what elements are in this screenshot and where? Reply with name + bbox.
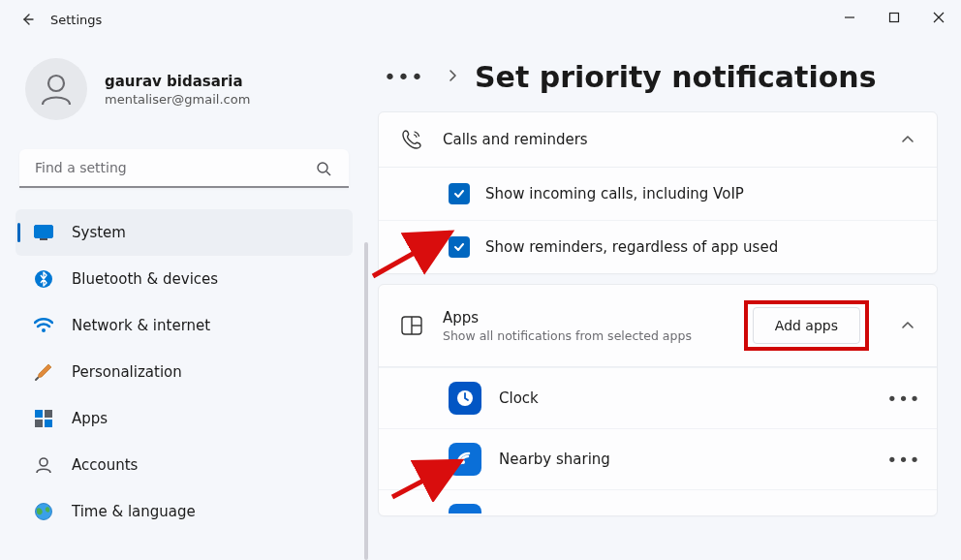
- svg-line-4: [326, 171, 330, 175]
- apps-grid-icon: [398, 316, 425, 335]
- sidebar-item-label: Bluetooth & devices: [72, 270, 218, 288]
- sidebar-item-apps[interactable]: Apps: [16, 395, 353, 442]
- sidebar-item-personalization[interactable]: Personalization: [16, 349, 353, 395]
- svg-rect-1: [890, 14, 899, 22]
- sidebar-item-bluetooth[interactable]: Bluetooth & devices: [16, 256, 353, 302]
- sidebar-item-system[interactable]: System: [16, 209, 353, 256]
- maximize-button[interactable]: [872, 0, 916, 35]
- breadcrumb-overflow[interactable]: •••: [378, 65, 430, 89]
- more-button[interactable]: •••: [890, 385, 917, 412]
- svg-rect-9: [35, 410, 43, 418]
- accounts-icon: [33, 454, 54, 476]
- option-incoming-calls[interactable]: Show incoming calls, including VoIP: [379, 168, 937, 220]
- system-icon: [33, 222, 54, 243]
- nearby-sharing-app-icon: [449, 443, 481, 476]
- svg-point-19: [461, 460, 465, 464]
- profile[interactable]: gaurav bidasaria mentaliser@gmail.com: [16, 48, 353, 138]
- collapse-button[interactable]: [898, 130, 917, 149]
- apps-card: Apps Show all notifications from selecte…: [378, 284, 938, 516]
- svg-rect-6: [40, 238, 47, 240]
- sidebar-item-time[interactable]: Time & language: [16, 488, 353, 535]
- svg-rect-5: [35, 226, 53, 238]
- search-input[interactable]: [19, 149, 349, 188]
- globe-icon: [33, 501, 54, 522]
- svg-rect-10: [45, 410, 52, 418]
- sidebar-scrollbar[interactable]: [364, 242, 368, 560]
- phone-icon: [398, 128, 425, 151]
- svg-point-2: [48, 76, 64, 91]
- app-icon-partial: [449, 504, 481, 513]
- sidebar-item-accounts[interactable]: Accounts: [16, 442, 353, 488]
- minimize-button[interactable]: [827, 0, 872, 35]
- sidebar-item-network[interactable]: Network & internet: [16, 302, 353, 349]
- collapse-button[interactable]: [898, 316, 917, 335]
- calls-reminders-title: Calls and reminders: [443, 131, 881, 148]
- svg-point-3: [318, 163, 327, 172]
- profile-name: gaurav bidasaria: [105, 73, 250, 90]
- sidebar-item-label: Apps: [72, 410, 108, 427]
- clock-app-icon: [449, 382, 481, 415]
- bluetooth-icon: [33, 268, 54, 290]
- svg-point-13: [40, 458, 47, 466]
- add-apps-button[interactable]: Add apps: [753, 307, 860, 344]
- apps-icon: [33, 408, 54, 429]
- option-reminders[interactable]: Show reminders, regardless of app used: [379, 220, 937, 273]
- app-row-partial: [379, 489, 937, 515]
- sidebar-item-label: Personalization: [72, 363, 182, 381]
- close-button[interactable]: [916, 0, 961, 35]
- apps-subtitle: Show all notifications from selected app…: [443, 328, 727, 343]
- sidebar-item-label: Time & language: [72, 503, 196, 520]
- option-label: Show reminders, regardless of app used: [485, 238, 778, 256]
- app-name: Clock: [499, 389, 873, 407]
- more-button[interactable]: •••: [890, 446, 917, 473]
- window-title: Settings: [50, 13, 102, 27]
- apps-title: Apps: [443, 309, 727, 327]
- sidebar: gaurav bidasaria mentaliser@gmail.com Sy…: [0, 39, 368, 560]
- svg-point-8: [42, 328, 46, 332]
- checkbox-checked[interactable]: [449, 236, 470, 258]
- search-icon: [310, 149, 337, 188]
- wifi-icon: [33, 315, 54, 336]
- app-row-clock: Clock •••: [379, 367, 937, 428]
- breadcrumb: ••• Set priority notifications: [378, 60, 938, 94]
- svg-rect-11: [35, 420, 43, 427]
- profile-email: mentaliser@gmail.com: [105, 92, 250, 107]
- annotation-highlight: Add apps: [744, 300, 869, 351]
- app-row-nearby-sharing: Nearby sharing •••: [379, 428, 937, 489]
- chevron-right-icon: [448, 68, 457, 86]
- checkbox-checked[interactable]: [449, 183, 470, 204]
- page-title: Set priority notifications: [475, 60, 877, 94]
- avatar: [25, 58, 87, 120]
- app-name: Nearby sharing: [499, 451, 873, 468]
- svg-rect-12: [45, 420, 52, 427]
- sidebar-item-label: System: [72, 224, 126, 241]
- sidebar-item-label: Accounts: [72, 456, 138, 474]
- sidebar-item-label: Network & internet: [72, 317, 210, 334]
- calls-reminders-card: Calls and reminders Show incoming calls,…: [378, 111, 938, 274]
- brush-icon: [33, 361, 54, 383]
- back-button[interactable]: [12, 4, 43, 35]
- option-label: Show incoming calls, including VoIP: [485, 185, 744, 202]
